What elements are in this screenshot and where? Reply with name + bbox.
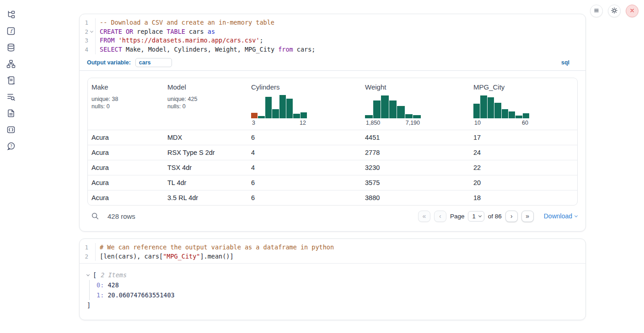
notebook: 1-- Download a CSV and create an in-memo…	[79, 14, 586, 320]
code-line: 2CREATE OR replace TABLE cars as	[80, 27, 585, 37]
bracket-close: ]	[87, 300, 578, 310]
tree-children: 0: 4281: 20.060747663551403	[89, 280, 578, 300]
pagination: « ‹ Page 1 of 86 › »	[418, 211, 534, 222]
total-pages-label: of 86	[488, 213, 502, 220]
table-cell: TL 4dr	[164, 175, 247, 190]
sql-code-editor[interactable]: 1-- Download a CSV and create an in-memo…	[80, 14, 585, 57]
table-cell: 22	[470, 160, 577, 175]
table-cell: MDX	[164, 130, 247, 145]
axis-min-label: 3	[252, 120, 255, 126]
output-variable-row: Output variable: sql	[80, 57, 585, 71]
table-body: AcuraMDX6445117AcuraRSX Type S 2dr427782…	[88, 130, 577, 205]
shutdown-button[interactable]	[626, 5, 639, 17]
table-cell: 3230	[361, 160, 470, 175]
table-cell: Acura	[88, 190, 164, 205]
snippets-icon[interactable]	[6, 125, 16, 134]
code-line: 3FROM 'https://datasets.marimo.app/cars.…	[80, 36, 585, 45]
page-select[interactable]: 1	[468, 211, 484, 222]
dependency-graph-icon[interactable]	[6, 59, 16, 69]
column-summary: unique: 38 nulls: 0	[91, 95, 160, 111]
table-cell: RSX Type S 2dr	[164, 145, 247, 160]
histogram-bar	[473, 104, 480, 118]
table-cell: TSX 4dr	[164, 160, 247, 175]
output-variable-input[interactable]	[135, 58, 172, 67]
histogram-bar	[502, 109, 508, 118]
next-page-button[interactable]: ›	[505, 211, 518, 222]
axis-min-label: 1,850	[366, 120, 380, 126]
histogram-bar	[494, 103, 501, 118]
column-header-make[interactable]: Make unique: 38 nulls: 0	[88, 78, 164, 130]
table-cell: 6	[247, 130, 361, 145]
table-cell: 4	[247, 160, 361, 175]
axis-min-label: 10	[474, 120, 481, 126]
previous-page-button[interactable]: ‹	[434, 211, 446, 222]
table-footer: 428 rows « ‹ Page 1 of 86 › » Download	[87, 211, 578, 222]
menu-button[interactable]	[590, 5, 603, 17]
column-header-mpg-city[interactable]: MPG_City 1060	[470, 78, 577, 130]
table-cell: 24	[470, 145, 577, 160]
histogram-bar	[397, 106, 405, 118]
table-cell: 6	[247, 175, 361, 190]
settings-button[interactable]	[608, 5, 621, 17]
code-line: 1# We can reference the output variable …	[80, 243, 585, 252]
sql-cell: 1-- Download a CSV and create an in-memo…	[79, 14, 586, 232]
tree-entry: 0: 428	[97, 280, 578, 290]
tree-root: [ 2 Items	[87, 270, 578, 280]
histogram-bar	[293, 114, 300, 118]
table-cell: 3.5 RL 4dr	[164, 190, 247, 205]
table-cell: Acura	[88, 160, 164, 175]
histogram-bar	[265, 97, 272, 118]
table-cell: 18	[470, 190, 577, 205]
table-cell: 17	[470, 130, 577, 145]
menu-icon	[592, 6, 601, 16]
file-explorer-icon[interactable]	[6, 10, 16, 19]
column-header-cylinders[interactable]: Cylinders 312	[247, 78, 361, 130]
column-header-weight[interactable]: Weight 1,8507,190	[361, 78, 470, 130]
svg-text:f: f	[10, 28, 13, 34]
collapse-icon[interactable]	[87, 274, 93, 276]
help-icon[interactable]: ?	[6, 142, 16, 151]
histogram-bar	[286, 99, 293, 118]
table-row: AcuraRSX Type S 2dr4277824	[88, 145, 577, 160]
close-icon	[628, 7, 636, 16]
last-page-button[interactable]: »	[521, 211, 534, 222]
code-line: 1-- Download a CSV and create an in-memo…	[80, 18, 585, 27]
page-label: Page	[450, 213, 465, 220]
tree-entry: 1: 20.060747663551403	[97, 290, 578, 300]
datasources-icon[interactable]	[6, 43, 16, 52]
table-row: AcuraTL 4dr6357520	[88, 175, 577, 190]
table-cell: Acura	[88, 130, 164, 145]
histogram-bar	[413, 115, 421, 118]
row-count: 428 rows	[107, 212, 135, 220]
results-table: Make unique: 38 nulls: 0 Model unique: 4…	[87, 78, 578, 206]
histogram-bar	[480, 95, 487, 118]
fold-icon[interactable]	[90, 30, 93, 33]
table-cell: 4	[247, 145, 361, 160]
table-row: AcuraTSX 4dr4323022	[88, 160, 577, 175]
table-row: AcuraMDX6445117	[88, 130, 577, 145]
language-badge[interactable]: sql	[561, 59, 569, 66]
chevron-down-icon	[574, 214, 578, 217]
sql-cell-output: Make unique: 38 nulls: 0 Model unique: 4…	[80, 71, 585, 231]
documentation-icon[interactable]	[6, 109, 16, 118]
svg-text:?: ?	[10, 143, 12, 148]
python-code-editor[interactable]: 1# We can reference the output variable …	[80, 239, 585, 264]
logs-icon[interactable]	[6, 92, 16, 101]
cylinders-histogram: 312	[251, 95, 307, 126]
variables-icon[interactable]: f	[6, 26, 16, 36]
histogram-bar	[389, 100, 397, 118]
code-line: 4SELECT Make, Model, Cylinders, Weight, …	[80, 45, 585, 54]
code-line: 2[len(cars), cars["MPG_City"].mean()]	[80, 252, 585, 261]
histogram-bar	[251, 113, 258, 118]
download-button[interactable]: Download	[544, 212, 577, 220]
first-page-button[interactable]: «	[418, 211, 430, 222]
table-cell: Acura	[88, 175, 164, 190]
table-cell: 20	[470, 175, 577, 190]
column-header-model[interactable]: Model unique: 425 nulls: 0	[164, 78, 247, 130]
axis-max-label: 60	[522, 120, 528, 126]
search-icon[interactable]	[91, 212, 99, 220]
weight-histogram: 1,8507,190	[365, 95, 421, 126]
scratchpad-icon[interactable]	[6, 76, 16, 85]
histogram-bar	[381, 95, 389, 118]
mpg-city-histogram: 1060	[473, 95, 529, 126]
